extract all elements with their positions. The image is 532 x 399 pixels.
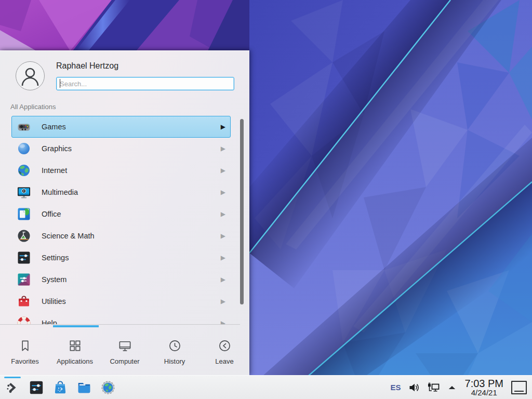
- desktop: Raphael Hertzog All Applications: [0, 0, 532, 399]
- keyboard-layout-indicator[interactable]: ES: [391, 383, 401, 392]
- history-icon: [168, 339, 182, 353]
- menu-item-label: Science & Math: [42, 232, 95, 240]
- help-icon: [17, 316, 31, 324]
- section-label: All Applications: [10, 103, 56, 111]
- system-icon: [17, 272, 31, 287]
- submenu-arrow-icon: ▶: [221, 320, 225, 324]
- clock-date: 4/24/21: [465, 389, 503, 396]
- menu-item-settings[interactable]: Settings ▶: [11, 247, 231, 269]
- submenu-arrow-icon: ▶: [221, 211, 225, 217]
- menu-item-label: Games: [42, 123, 66, 131]
- tab-history[interactable]: History: [150, 328, 200, 376]
- menu-item-help[interactable]: Help ▶: [11, 312, 231, 324]
- user-name: Raphael Hertzog: [56, 61, 118, 71]
- science-icon: [17, 229, 31, 243]
- tab-leave[interactable]: Leave: [200, 328, 249, 376]
- submenu-arrow-icon: ▶: [221, 167, 225, 174]
- taskbar-panel: ES 7:03 PM 4/24/21: [0, 375, 532, 399]
- application-launcher-popup: Raphael Hertzog All Applications: [0, 50, 249, 376]
- games-icon: [17, 119, 31, 134]
- tab-label: Applications: [57, 357, 93, 365]
- tab-label: Computer: [110, 357, 139, 365]
- list-scrollbar[interactable]: [240, 119, 244, 304]
- network-icon[interactable]: [427, 381, 440, 394]
- menu-item-internet[interactable]: Internet ▶: [11, 159, 231, 181]
- expand-tray-icon[interactable]: [447, 382, 457, 393]
- tab-label: History: [164, 357, 185, 365]
- menu-item-label: System: [42, 275, 66, 284]
- menu-item-label: Settings: [42, 254, 69, 262]
- utilities-icon: [17, 294, 31, 309]
- volume-icon[interactable]: [408, 381, 420, 394]
- menu-item-label: Help: [42, 319, 57, 324]
- show-desktop-button[interactable]: [511, 381, 527, 394]
- menu-item-label: Office: [42, 210, 61, 218]
- computer-icon: [118, 339, 132, 353]
- active-tab-indicator: [53, 325, 99, 327]
- user-avatar[interactable]: [16, 61, 45, 90]
- menu-item-label: Multimedia: [42, 188, 78, 196]
- dolphin-icon[interactable]: [76, 380, 92, 395]
- separator: [0, 324, 240, 325]
- clock-time: 7:03 PM: [465, 378, 503, 389]
- menu-item-label: Graphics: [42, 144, 72, 153]
- browser-icon[interactable]: [100, 380, 116, 395]
- tab-label: Leave: [215, 357, 233, 365]
- leave-icon: [218, 339, 232, 353]
- taskbar-app-icons: [0, 380, 116, 395]
- search-input[interactable]: [56, 77, 234, 90]
- menu-item-label: Utilities: [42, 297, 66, 305]
- submenu-arrow-icon: ▶: [221, 145, 225, 152]
- internet-icon: [17, 163, 31, 178]
- submenu-arrow-icon: ▶: [221, 233, 225, 239]
- submenu-arrow-icon: ▶: [221, 189, 225, 195]
- menu-item-label: Internet: [42, 166, 67, 175]
- menu-item-multimedia[interactable]: Multimedia ▶: [11, 181, 231, 203]
- launcher-tab-bar: Favorites Applications C: [0, 328, 249, 376]
- submenu-arrow-icon: ▶: [221, 298, 225, 304]
- settings-icon: [17, 250, 31, 265]
- tab-applications[interactable]: Applications: [50, 328, 100, 376]
- system-tray: ES 7:03 PM 4/24/21: [391, 378, 532, 397]
- applications-icon: [68, 339, 82, 353]
- multimedia-icon: [17, 185, 31, 200]
- launcher-active-indicator: [4, 377, 21, 378]
- office-icon: [17, 207, 31, 221]
- favorites-icon: [18, 339, 32, 353]
- menu-item-science-math[interactable]: Science & Math ▶: [11, 225, 231, 247]
- text-caret: [60, 79, 60, 88]
- system-settings-icon[interactable]: [29, 380, 44, 395]
- digital-clock[interactable]: 7:03 PM 4/24/21: [465, 378, 503, 397]
- submenu-arrow-icon: ▶: [221, 124, 225, 130]
- tab-favorites[interactable]: Favorites: [0, 328, 50, 376]
- graphics-icon: [17, 141, 31, 156]
- discover-icon[interactable]: [52, 380, 68, 395]
- menu-item-games[interactable]: Games ▶: [11, 116, 231, 138]
- tab-computer[interactable]: Computer: [100, 328, 150, 376]
- menu-item-system[interactable]: System ▶: [11, 269, 231, 290]
- menu-item-utilities[interactable]: Utilities ▶: [11, 290, 231, 312]
- kickoff-icon[interactable]: [5, 380, 20, 395]
- submenu-arrow-icon: ▶: [221, 276, 225, 283]
- user-icon: [20, 66, 40, 87]
- application-category-list: Games ▶ Graphics ▶: [0, 116, 249, 324]
- submenu-arrow-icon: ▶: [221, 255, 225, 261]
- menu-item-office[interactable]: Office ▶: [11, 203, 231, 225]
- menu-item-graphics[interactable]: Graphics ▶: [11, 138, 231, 159]
- tab-label: Favorites: [11, 357, 38, 365]
